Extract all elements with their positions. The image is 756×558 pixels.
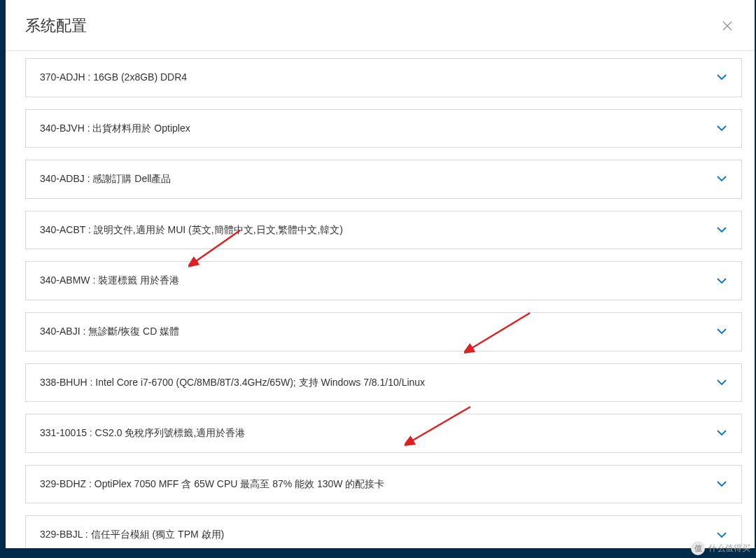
config-label: 340-BJVH : 出貨材料用於 Optiplex	[40, 122, 190, 136]
close-icon	[721, 20, 734, 32]
chevron-down-icon	[716, 72, 727, 83]
chevron-down-icon	[716, 529, 727, 540]
config-item[interactable]: 331-10015 : CS2.0 免稅序列號標籤,適用於香港	[25, 414, 742, 453]
config-label: 329-BDHZ : OptiPlex 7050 MFF 含 65W CPU 最…	[40, 477, 384, 491]
config-label: 340-ACBT : 說明文件,適用於 MUI (英文,簡體中文,日文,繁體中文…	[40, 223, 343, 237]
config-item[interactable]: 329-BBJL : 信任平台模組 (獨立 TPM 啟用)	[25, 515, 742, 548]
config-item[interactable]: 340-ADBJ : 感謝訂購 Dell產品	[25, 160, 742, 199]
chevron-down-icon	[716, 428, 727, 439]
config-item[interactable]: 340-ABJI : 無診斷/恢復 CD 媒體	[25, 312, 742, 351]
chevron-down-icon	[716, 326, 727, 337]
config-modal: 系统配置 370-ADJH : 16GB (2x8GB) DDR4 340-BJ…	[6, 0, 755, 548]
watermark-logo-icon: 值	[691, 541, 705, 555]
modal-body[interactable]: 370-ADJH : 16GB (2x8GB) DDR4 340-BJVH : …	[6, 51, 755, 548]
config-label: 329-BBJL : 信任平台模組 (獨立 TPM 啟用)	[40, 528, 224, 542]
modal-title: 系统配置	[25, 15, 87, 36]
config-label: 340-ABMW : 裝運標籤 用於香港	[40, 274, 179, 288]
watermark: 值 什么值得买	[691, 541, 750, 555]
config-item[interactable]: 340-ACBT : 說明文件,適用於 MUI (英文,簡體中文,日文,繁體中文…	[25, 211, 742, 250]
chevron-down-icon	[716, 225, 727, 236]
config-label: 370-ADJH : 16GB (2x8GB) DDR4	[40, 71, 187, 85]
chevron-down-icon	[716, 377, 727, 388]
config-label: 331-10015 : CS2.0 免稅序列號標籤,適用於香港	[40, 426, 245, 440]
config-item[interactable]: 340-BJVH : 出貨材料用於 Optiplex	[25, 109, 742, 148]
watermark-text: 什么值得买	[708, 543, 750, 554]
chevron-down-icon	[716, 275, 727, 286]
chevron-down-icon	[716, 479, 727, 490]
config-label: 340-ADBJ : 感謝訂購 Dell產品	[40, 172, 171, 186]
chevron-down-icon	[716, 123, 727, 134]
config-item[interactable]: 338-BHUH : Intel Core i7-6700 (QC/8MB/8T…	[25, 363, 742, 403]
modal-header: 系统配置	[6, 0, 755, 51]
config-label: 338-BHUH : Intel Core i7-6700 (QC/8MB/8T…	[40, 376, 425, 390]
config-label: 340-ABJI : 無診斷/恢復 CD 媒體	[40, 325, 179, 339]
chevron-down-icon	[716, 174, 727, 185]
config-item[interactable]: 370-ADJH : 16GB (2x8GB) DDR4	[25, 58, 742, 97]
close-button[interactable]	[720, 18, 735, 34]
config-item[interactable]: 329-BDHZ : OptiPlex 7050 MFF 含 65W CPU 最…	[25, 465, 742, 504]
config-item[interactable]: 340-ABMW : 裝運標籤 用於香港	[25, 261, 742, 300]
